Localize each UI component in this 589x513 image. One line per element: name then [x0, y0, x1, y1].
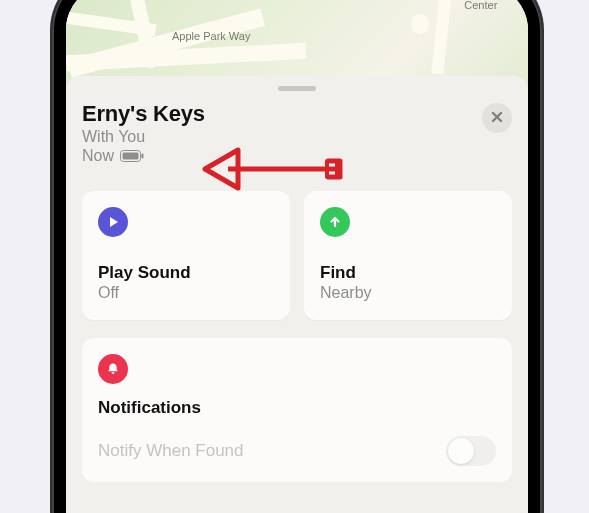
notify-when-found-label: Notify When Found: [98, 441, 244, 461]
item-time: Now: [82, 147, 114, 165]
map-label-tantau-reception: Tantau Reception Center: [438, 0, 524, 11]
find-title: Find: [320, 263, 496, 283]
toggle-knob: [448, 438, 474, 464]
item-location: With You: [82, 128, 205, 146]
find-status: Nearby: [320, 284, 496, 302]
notify-when-found-toggle[interactable]: [446, 436, 496, 466]
notifications-section: Notifications Notify When Found: [82, 338, 512, 482]
phone-screen: Apple Park Way Tantau Reception Center P…: [66, 0, 528, 513]
play-sound-title: Play Sound: [98, 263, 274, 283]
header-row: Erny's Keys With You Now: [82, 101, 512, 165]
play-sound-card[interactable]: Play Sound Off: [82, 191, 290, 320]
arrow-up-icon: [320, 207, 350, 237]
play-icon: [98, 207, 128, 237]
notifications-title: Notifications: [98, 398, 496, 418]
play-sound-status: Off: [98, 284, 274, 302]
item-status-row: Now: [82, 147, 205, 165]
phone-frame: Apple Park Way Tantau Reception Center P…: [52, 0, 542, 513]
map-label-apple-park-way: Apple Park Way: [172, 30, 250, 43]
map-road: [411, 14, 429, 34]
header-text-block: Erny's Keys With You Now: [82, 101, 205, 165]
find-card[interactable]: Find Nearby: [304, 191, 512, 320]
svg-rect-1: [123, 153, 139, 160]
notify-when-found-row[interactable]: Notify When Found: [98, 436, 496, 466]
map-label-pruner: Pruner: [506, 0, 528, 1]
detail-sheet: Erny's Keys With You Now: [66, 76, 528, 513]
svg-rect-2: [142, 154, 144, 159]
close-button[interactable]: [482, 103, 512, 133]
sheet-grabber[interactable]: [278, 86, 316, 91]
close-icon: [491, 109, 503, 127]
item-title: Erny's Keys: [82, 101, 205, 127]
bell-icon: [98, 354, 128, 384]
action-cards-row: Play Sound Off Find Nearby: [82, 191, 512, 320]
battery-icon: [120, 150, 144, 162]
map-road: [66, 43, 306, 72]
